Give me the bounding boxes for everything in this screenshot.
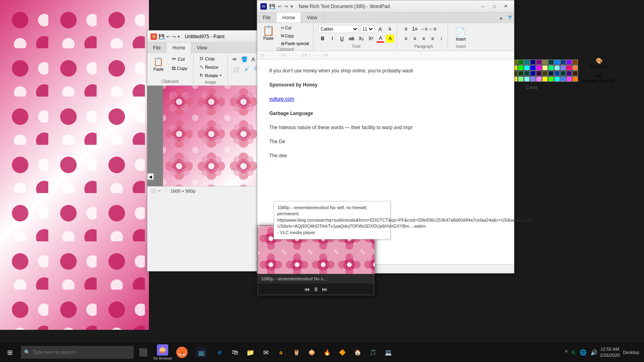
wordpad-align-justify-btn[interactable]: ≡ [428,35,436,43]
wordpad-font-select[interactable]: Calibri [318,25,359,33]
wordpad-numlist-btn[interactable]: 1≡ [411,25,419,33]
wordpad-indent-in-btn[interactable]: →≡ [419,25,427,33]
palette-color-53[interactable] [560,76,566,82]
wordpad-paste-btn[interactable]: 📋 Paste [260,23,277,43]
taskbar-explorer-btn[interactable]: 📁 [243,343,258,362]
taskbar-app5-btn[interactable]: 🎵 [365,343,380,362]
palette-color-5[interactable] [524,60,530,65]
palette-color-50[interactable] [542,76,548,82]
paint-edit-colors-btn[interactable]: 🎨 Edit colors [580,56,618,70]
paint-rotate-btn[interactable]: ↻ Rotate ▾ [197,72,224,79]
paint-copy-btn[interactable]: ⧉ Copy [169,64,190,73]
wordpad-tab-home[interactable]: Home [277,12,301,23]
paint-save-btn[interactable]: 💾 [159,34,165,39]
palette-color-49[interactable] [536,76,542,82]
paint-fill-btn[interactable]: 🪣 [239,55,249,64]
wordpad-copy-btn[interactable]: ⧉ Copy [279,32,311,39]
palette-color-25[interactable] [560,65,566,70]
palette-color-39[interactable] [560,71,566,76]
taskbar-amazon-btn[interactable]: a [274,343,288,362]
palette-color-4[interactable] [518,60,524,65]
palette-color-7[interactable] [536,60,542,65]
taskbar-start-btn[interactable]: ⊞ [0,343,19,362]
paint-crop-btn[interactable]: ⊡ Crop [197,55,224,62]
palette-color-9[interactable] [548,60,554,65]
palette-color-55[interactable] [572,76,578,82]
palette-color-12[interactable] [566,60,572,65]
palette-color-32[interactable] [518,71,524,76]
paint-edit-paint3d-btn[interactable]: 🖌 Edit with Paint 3D [580,71,618,84]
taskbar-firefox2-btn[interactable]: 🔥 [320,343,334,362]
wordpad-superscript-btn[interactable]: X² [367,35,375,43]
palette-color-36[interactable] [542,71,548,76]
wordpad-font-color-btn[interactable]: A [376,35,384,43]
palette-color-6[interactable] [530,60,536,65]
paint-quick-access-dropdown[interactable]: ▾ [178,34,180,39]
palette-color-18[interactable] [518,65,524,70]
wordpad-undo-btn[interactable]: ↩ [278,4,282,9]
vlc-prev-btn[interactable]: ⏮ [304,286,310,292]
taskbar-app6-btn[interactable]: 💻 [381,343,395,362]
wordpad-bold-btn[interactable]: B [318,35,326,43]
taskbar-tripadvisor-btn[interactable]: 🦉 [289,343,303,362]
paint-selection-size-btn[interactable]: ⬜ ─ [151,188,161,193]
wordpad-insert-btn[interactable]: 📄 Insert [453,25,469,43]
wordpad-italic-btn[interactable]: I [328,35,336,43]
paint-redo-btn[interactable]: ↪ [172,34,176,39]
wordpad-underline-btn[interactable]: U [338,35,346,43]
wordpad-close-btn[interactable]: ✕ [500,2,511,10]
taskbar-app-firefox[interactable]: 🦊 [172,343,192,362]
wordpad-align-left-btn[interactable]: ≡ [402,35,410,43]
palette-color-33[interactable] [524,71,530,76]
palette-color-13[interactable] [572,60,578,65]
wordpad-cut-btn[interactable]: ✂ Cut [279,25,311,31]
palette-color-54[interactable] [566,76,572,82]
paint-text-btn[interactable]: A [250,55,257,64]
wordpad-tab-view[interactable]: View [301,12,323,23]
taskbar-vlc-btn[interactable]: 🔶 [335,343,349,362]
taskbar-store-btn[interactable]: 🛍 [228,343,242,362]
taskbar-clock[interactable]: 12:55 AM 2/26/2020 [600,346,620,359]
paint-resize-btn[interactable]: ⤡ Resize [197,63,224,71]
palette-color-27[interactable] [572,65,578,70]
palette-color-24[interactable] [554,65,560,70]
wordpad-highlight-btn[interactable]: A [386,35,394,43]
paint-tab-home[interactable]: Home [167,43,191,53]
wordpad-redo-btn[interactable]: ↪ [284,4,288,9]
palette-color-21[interactable] [536,65,542,70]
palette-color-11[interactable] [560,60,566,65]
tray-expand-btn[interactable]: ^ [564,349,569,356]
taskbar-search-input[interactable] [33,350,130,355]
wordpad-minimize-btn[interactable]: ─ [478,2,488,10]
palette-color-35[interactable] [536,71,542,76]
wordpad-maximize-btn[interactable]: □ [489,2,500,10]
taskbar-edge-btn[interactable]: e [213,343,227,362]
tray-network-icon[interactable]: 🌐 [578,349,588,356]
wordpad-quick-access-dropdown[interactable]: ▾ [291,4,293,9]
wordpad-list-btn[interactable]: ≡ [402,25,410,33]
vlc-next-btn[interactable]: ⏭ [322,286,328,292]
wordpad-indent-out-btn[interactable]: ←≡ [428,25,436,33]
taskbar-mail-btn[interactable]: ✉ [258,343,273,362]
palette-color-40[interactable] [566,71,572,76]
paint-pencil-btn[interactable]: ✏ [231,55,239,64]
wordpad-grow-font-btn[interactable]: A [376,25,384,33]
palette-color-52[interactable] [554,76,560,82]
palette-color-20[interactable] [530,65,536,70]
paint-tab-view[interactable]: View [191,43,213,53]
wordpad-ribbon-toggle[interactable]: ▲ [497,12,506,23]
wordpad-save-btn[interactable]: 💾 [269,4,275,9]
wordpad-tab-file[interactable]: File [257,12,277,23]
paint-scroll-left-btn[interactable]: ◀ [147,173,154,180]
taskbar-task-view-btn[interactable]: ⬛ [134,343,153,362]
palette-color-47[interactable] [524,76,530,82]
palette-color-48[interactable] [530,76,536,82]
taskbar-search[interactable]: 🔍 [21,346,134,359]
wordpad-subscript-btn[interactable]: X₂ [357,35,365,43]
palette-color-51[interactable] [548,76,554,82]
wordpad-align-right-btn[interactable]: ≡ [419,35,427,43]
wordpad-shrink-font-btn[interactable]: A [386,25,394,33]
palette-color-8[interactable] [542,60,548,65]
taskbar-desktop-btn[interactable]: Desktop [621,350,641,355]
palette-color-38[interactable] [554,71,560,76]
